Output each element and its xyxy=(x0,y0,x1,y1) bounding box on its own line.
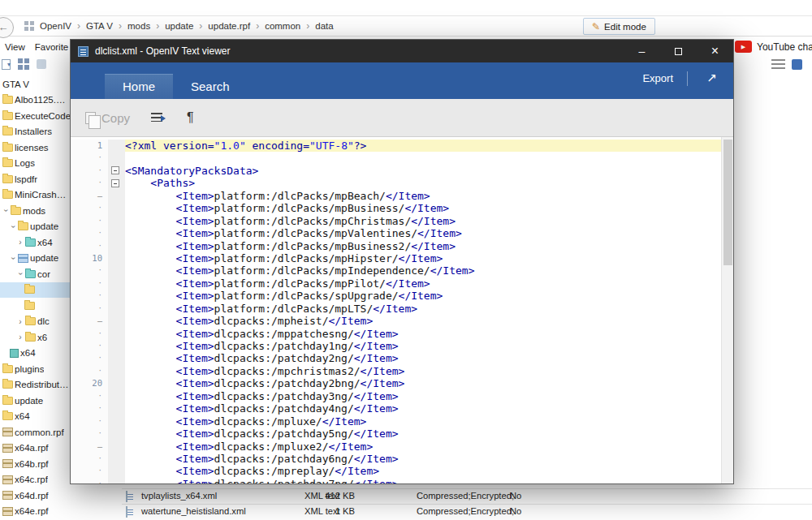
copy-button[interactable]: Copy xyxy=(85,111,130,125)
tree-item[interactable]: ›update xyxy=(0,219,71,235)
tree-item[interactable]: Redistributable xyxy=(0,377,71,393)
chevron-down-icon[interactable]: › xyxy=(2,208,11,214)
youtube-link[interactable]: ▶ YouTube channel xyxy=(735,41,812,53)
code-editor[interactable]: 1<?xml version="1.0" encoding="UTF-8"?>·… xyxy=(71,137,733,483)
fold-collapse-icon[interactable] xyxy=(111,179,119,187)
chevron-down-icon[interactable]: › xyxy=(9,223,18,230)
edit-mode-button[interactable]: ✎ Edit mode xyxy=(583,18,655,35)
tree-item[interactable]: ExecuteCode xyxy=(0,108,71,124)
code-text[interactable]: <Item>platform:/dlcPacks/spUpgrade/</Ite… xyxy=(125,290,721,302)
new-document-dropdown[interactable]: ▾ xyxy=(2,59,11,70)
minimize-button[interactable]: – xyxy=(624,40,660,62)
tree-item[interactable]: x64b.rpf xyxy=(0,456,71,472)
code-text[interactable]: <Item>platform:/dlcPacks/mpBeach/</Item> xyxy=(125,190,721,202)
code-text[interactable]: <Item>platform:/dlcPacks/mpValentines/</… xyxy=(125,227,721,239)
code-text[interactable]: <Item>dlcpacks:/mpluxe/</Item> xyxy=(125,415,721,428)
code-text[interactable]: <Item>platform:/dlcPacks/mpIndependence/… xyxy=(125,264,721,277)
code-text[interactable]: <Item>platform:/dlcPacks/mpBusiness/</It… xyxy=(125,202,721,214)
breadcrumb-item[interactable]: GTA V xyxy=(86,21,113,31)
breadcrumb-bar: ← OpenIV›GTA V›mods›update›update.rpf›co… xyxy=(0,15,812,37)
tree-item[interactable]: ›x64 xyxy=(0,234,71,251)
back-button[interactable]: ← xyxy=(0,17,14,38)
tree-item[interactable]: GTA V xyxy=(0,76,71,92)
code-text[interactable]: <Item>dlcpacks:/mpchristmas2/</Item> xyxy=(125,365,721,377)
tree-item[interactable]: x64a.rpf xyxy=(0,440,71,457)
tree-item[interactable]: lspdfr xyxy=(0,171,71,187)
code-text[interactable]: <Item>dlcpacks:/patchday2ng/</Item> xyxy=(125,352,721,364)
list-view-icon[interactable] xyxy=(771,59,785,70)
blue-panel-icon[interactable] xyxy=(792,59,802,70)
folder-icon xyxy=(2,175,13,183)
breadcrumb-item[interactable]: update.rpf xyxy=(208,21,250,31)
breadcrumb-item[interactable]: data xyxy=(315,21,333,31)
code-text[interactable]: <Item>dlcpacks:/mpluxe2/</Item> xyxy=(125,440,721,453)
grid-view-icon[interactable] xyxy=(18,58,29,70)
code-text[interactable]: <Item>platform:/dlcPacks/mpChristmas/</I… xyxy=(125,215,721,227)
maximize-button[interactable] xyxy=(660,40,697,62)
tree-item[interactable]: x64d.rpf xyxy=(0,488,71,504)
code-text[interactable]: <Item>dlcpacks:/mpheist/</Item> xyxy=(125,315,721,327)
tree-item[interactable] xyxy=(0,282,71,299)
file-row[interactable]: watertune_heistisland.xmlXML text1 KBCom… xyxy=(122,504,812,519)
tree-item[interactable]: ›cor xyxy=(0,266,71,282)
chevron-right-icon[interactable]: › xyxy=(17,317,24,326)
dialog-titlebar[interactable]: dlclist.xml - OpenIV Text viewer – × xyxy=(71,40,733,62)
breadcrumb-item[interactable]: common xyxy=(265,21,300,31)
tree-item[interactable]: x64 xyxy=(0,409,71,425)
code-text[interactable]: <Item>platform:/dlcPacks/mpPilot/</Item> xyxy=(125,277,721,290)
tree-item[interactable]: Albo1125.Com xyxy=(0,92,71,109)
breadcrumb-item[interactable]: OpenIV xyxy=(40,21,71,31)
code-text[interactable]: <Item>platform:/dlcPacks/mpHipster/</Ite… xyxy=(125,252,721,264)
code-text[interactable]: <Item>dlcpacks:/patchday1ng/</Item> xyxy=(125,340,721,352)
code-text[interactable]: <Item>dlcpacks:/mpreplay/</Item> xyxy=(125,465,721,477)
goto-line-icon[interactable] xyxy=(151,112,166,123)
code-text[interactable]: <Item>dlcpacks:/patchday7ng/</Item> xyxy=(125,478,721,483)
chevron-right-icon[interactable]: › xyxy=(17,238,24,247)
code-text[interactable]: <Item>dlcpacks:/patchday5ng/</Item> xyxy=(125,428,721,440)
code-text[interactable]: <Item>dlcpacks:/patchday4ng/</Item> xyxy=(125,402,721,415)
code-text[interactable]: <Item>dlcpacks:/patchday6ng/</Item> xyxy=(125,453,721,465)
vertical-scrollbar[interactable] xyxy=(721,137,733,483)
file-row[interactable]: tvplaylists_x64.xmlXML text412 KBCompres… xyxy=(122,488,812,504)
export-button[interactable]: Export xyxy=(642,72,673,84)
tree-item[interactable]: Logs xyxy=(0,156,71,172)
tree-item[interactable]: x64e.rpf xyxy=(0,504,71,520)
tree-item[interactable]: x64 xyxy=(0,346,71,362)
tree-item[interactable] xyxy=(0,298,71,314)
expand-icon[interactable]: ↗ xyxy=(706,71,717,85)
chevron-down-icon[interactable]: › xyxy=(9,255,18,261)
tree-item[interactable]: ›dlc xyxy=(0,314,71,330)
fold-collapse-icon[interactable] xyxy=(111,166,119,174)
code-text[interactable] xyxy=(125,152,721,164)
code-text[interactable]: <?xml version="1.0" encoding="UTF-8"?> xyxy=(125,140,721,152)
code-text[interactable]: <SMandatoryPacksData> xyxy=(125,165,721,177)
chevron-right-icon: › xyxy=(199,20,202,32)
menu-item-favorite[interactable]: Favorite xyxy=(35,42,69,52)
tree-item[interactable]: update xyxy=(0,393,71,409)
code-text[interactable]: <Item>dlcpacks:/patchday2bng/</Item> xyxy=(125,377,721,389)
tree-item[interactable]: ›update xyxy=(0,251,71,267)
tree-item[interactable]: ›x6 xyxy=(0,329,71,346)
close-button[interactable]: × xyxy=(697,40,733,62)
breadcrumb-item[interactable]: mods xyxy=(127,21,150,31)
tree-item[interactable]: common.rpf xyxy=(0,424,71,440)
breadcrumb-item[interactable]: update xyxy=(165,21,193,31)
show-whitespace-icon[interactable]: ¶ xyxy=(187,110,194,125)
tree-item[interactable]: MiniCrashRepo xyxy=(0,187,71,204)
tree-item[interactable]: ›mods xyxy=(0,203,71,219)
chevron-right-icon[interactable]: › xyxy=(17,333,24,342)
code-text[interactable]: <Item>dlcpacks:/mppatchesng/</Item> xyxy=(125,328,721,340)
tab-home[interactable]: Home xyxy=(105,74,173,99)
chevron-down-icon[interactable]: › xyxy=(16,271,25,277)
tree-item[interactable]: plugins xyxy=(0,361,71,377)
code-text[interactable]: <Item>platform:/dlcPacks/mpLTS/</Item> xyxy=(125,303,721,315)
scrollbar-thumb[interactable] xyxy=(723,140,732,265)
tab-search[interactable]: Search xyxy=(173,74,248,99)
code-text[interactable]: <Item>platform:/dlcPacks/mpBusiness2/</I… xyxy=(125,240,721,252)
menu-item-view[interactable]: View xyxy=(5,42,25,52)
tree-item[interactable]: Installers xyxy=(0,124,71,140)
tree-item[interactable]: licenses xyxy=(0,140,71,156)
tree-item[interactable]: x64c.rpf xyxy=(0,472,71,488)
code-text[interactable]: <Paths> xyxy=(125,177,721,189)
code-text[interactable]: <Item>dlcpacks:/patchday3ng/</Item> xyxy=(125,390,721,402)
